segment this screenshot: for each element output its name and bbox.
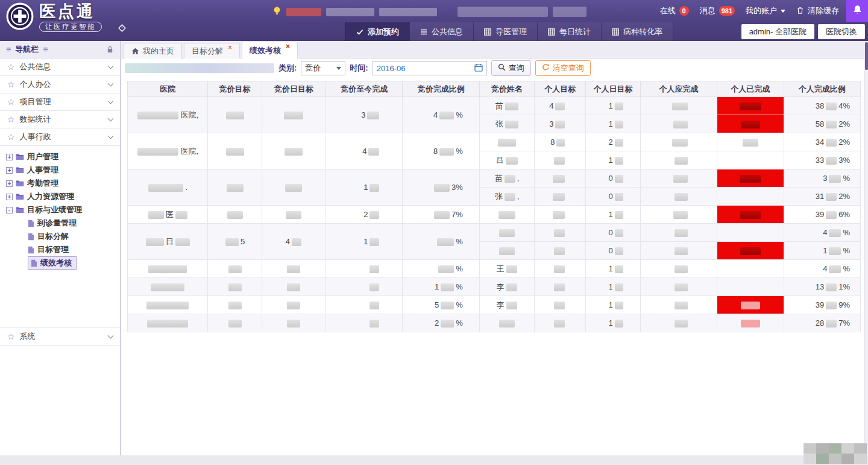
nav-tab-4[interactable]: 每日统计 (537, 22, 601, 41)
column-header: 竞价姓名 (479, 81, 534, 97)
watermark-cell (854, 454, 867, 464)
cell-person-target (535, 242, 586, 260)
content-tab-1[interactable]: 我的主页 (124, 43, 182, 59)
redacted-block (284, 112, 303, 119)
cell-person-name (479, 314, 534, 332)
redacted-block (615, 320, 623, 327)
redacted-text-fragment: 4% (838, 101, 850, 110)
column-header: 个人应完成 (640, 81, 717, 97)
category-select[interactable]: 竞价 (301, 61, 345, 75)
star-icon: ☆ (7, 97, 15, 107)
sidebar-group-5[interactable]: ☆人事行政 (0, 128, 120, 146)
sidebar-bottom-group-1[interactable]: ☆系统 (0, 328, 120, 346)
tree-subitem-label: 绩效考核 (40, 258, 72, 268)
tree-subitem-4[interactable]: 绩效考核 (0, 256, 120, 270)
cell-person-target (535, 188, 586, 206)
cell-person-target (535, 278, 586, 296)
redacted-announcement (379, 8, 437, 16)
cell-bid-target (208, 260, 262, 278)
tree-subitem-3[interactable]: 目标管理 (0, 243, 120, 256)
sidebar-group-label: 人事行政 (20, 131, 51, 142)
close-tab-icon[interactable]: × (286, 42, 290, 51)
cell-person-ratio: 4% (784, 224, 861, 242)
clear-query-button[interactable]: 清空查询 (535, 60, 591, 76)
time-value: 2016-06 (377, 64, 406, 73)
sidebar-group-4[interactable]: ☆数据统计 (0, 111, 120, 128)
expand-toggle-icon[interactable]: + (6, 180, 13, 187)
tree-item-5[interactable]: -目标与业绩管理 (0, 203, 120, 217)
expand-toggle-icon[interactable]: + (6, 194, 13, 200)
content-tab-3[interactable]: 绩效考核× (242, 42, 298, 59)
expand-toggle-icon[interactable]: + (6, 167, 13, 174)
redacted-block (285, 184, 302, 192)
tree-item-1[interactable]: +用户管理 (0, 150, 120, 163)
redacted-block (615, 229, 623, 237)
messages-count-badge: 981 (719, 6, 735, 16)
cell-person-target: 8 (535, 133, 586, 151)
redacted-text-fragment: 34 (816, 138, 824, 147)
redacted-block (675, 265, 688, 273)
cell-person-name: 苗 (479, 97, 534, 115)
cell-hospital (128, 296, 208, 314)
redacted-text-fragment: 医院, (180, 147, 198, 156)
clear-cache-button[interactable]: 清除缓存 (796, 5, 839, 16)
content-tab-2[interactable]: 目标分解× (184, 43, 240, 59)
nav-tab-3[interactable]: 导医管理 (473, 22, 537, 41)
time-input[interactable]: 2016-06 (373, 61, 487, 75)
nav-tab-1[interactable]: 添加预约 (345, 22, 409, 41)
hospital-switch-button[interactable]: 医院切换 (818, 24, 865, 39)
cell-bid-day-target (262, 97, 326, 133)
cell-person-ratio: 333% (784, 151, 861, 169)
app-title: 医点通 (39, 2, 95, 21)
expand-toggle-icon[interactable]: - (6, 207, 13, 214)
redacted-block (370, 238, 379, 246)
redacted-text-fragment: 9% (838, 300, 850, 309)
cell-person-day-target: 1 (586, 206, 640, 224)
sidebar-group-1[interactable]: ☆公共信息 (0, 59, 120, 76)
close-tab-icon[interactable]: × (228, 43, 232, 52)
redacted-text-fragment: 39 (816, 210, 824, 219)
account-menu[interactable]: 我的账户 (746, 5, 785, 16)
tree-item-3[interactable]: +考勤管理 (0, 177, 120, 190)
redacted-text-fragment: 1 (609, 300, 613, 309)
cell-person-done (717, 206, 784, 224)
redacted-text-fragment: 1 (609, 101, 613, 110)
vertical-scrollbar[interactable] (864, 41, 868, 455)
nav-tab-label: 病种转化率 (623, 27, 662, 37)
redacted-block (675, 283, 688, 291)
tree-item-2[interactable]: +人事管理 (0, 163, 120, 177)
online-status[interactable]: 在线 0 (660, 5, 689, 16)
cell-hospital: . (128, 169, 208, 206)
redacted-block (228, 320, 242, 327)
redacted-text-fragment: 1 (609, 119, 613, 128)
pin-lock-icon[interactable] (106, 45, 114, 54)
expand-toggle-icon[interactable]: + (6, 154, 13, 160)
notification-bell-button[interactable] (846, 0, 868, 22)
redacted-block (826, 157, 837, 165)
redacted-block (826, 139, 837, 147)
star-icon: ☆ (7, 80, 15, 89)
tree-subitem-label: 目标管理 (37, 244, 69, 255)
sidebar-group-3[interactable]: ☆项目管理 (0, 93, 120, 111)
tree-subitem-1[interactable]: 到诊量管理 (0, 217, 120, 230)
redacted-block (826, 211, 837, 219)
search-button[interactable]: 查询 (491, 60, 531, 76)
scrollbar-thumb[interactable] (865, 42, 868, 70)
nav-tab-5[interactable]: 病种转化率 (601, 22, 673, 41)
sidebar-accordion: ☆公共信息☆个人办公☆项目管理☆数据统计☆人事行政 (0, 59, 120, 146)
clear-query-label: 清空查询 (553, 63, 584, 74)
redacted-block (499, 247, 515, 255)
nav-tab-2[interactable]: 公共信息 (409, 22, 473, 41)
cell-bid-target (208, 278, 262, 296)
nav-tab-label: 添加预约 (368, 27, 399, 37)
sidebar-group-2[interactable]: ☆个人办公 (0, 76, 120, 93)
redacted-block (287, 283, 300, 291)
redacted-text-fragment: 5 (435, 300, 439, 309)
column-header: 竞价目标 (208, 81, 262, 97)
messages[interactable]: 消息 981 (700, 5, 735, 16)
tree-item-4[interactable]: +人力资源管理 (0, 190, 120, 203)
cell-person-name: 苗, (479, 169, 534, 188)
tree-subitem-2[interactable]: 目标分解 (0, 230, 120, 243)
redacted-text-fragment: % (456, 318, 463, 327)
watermark-cell (816, 454, 829, 464)
